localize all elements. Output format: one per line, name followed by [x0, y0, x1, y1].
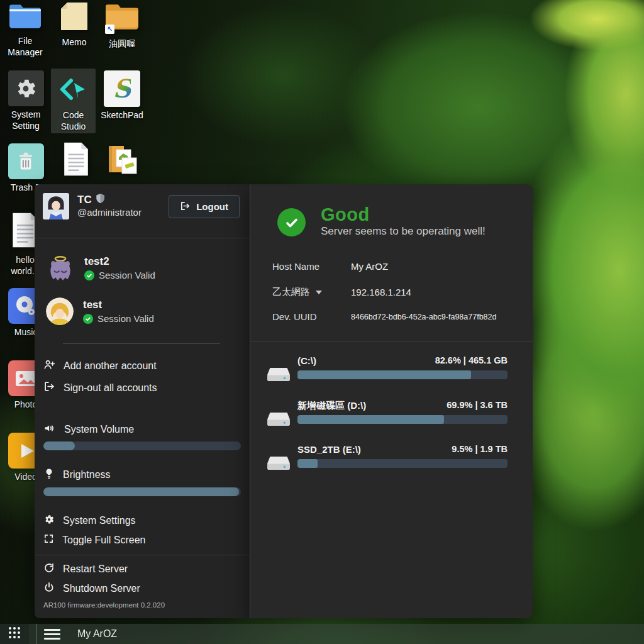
shutdown-server-item[interactable]: Shutdown Server: [43, 582, 241, 596]
power-icon: [43, 582, 55, 596]
account-avatar: [46, 297, 74, 325]
firmware-version: AR100 firmware:development 0.2.020: [43, 601, 165, 609]
volume-fill: [43, 441, 75, 450]
desktop-icon-document[interactable]: [58, 141, 94, 183]
disk-usage-fill: [297, 459, 318, 468]
desktop-icon-label: System Setting: [6, 109, 45, 131]
desktop-icon-memo[interactable]: Memo: [54, 1, 94, 48]
hostname-value: My ArOZ: [351, 261, 388, 272]
menu-button[interactable]: [44, 629, 60, 640]
hamburger-icon: [44, 629, 60, 631]
desktop-icon-label: Code Studio: [51, 110, 96, 132]
server-status-panel: Good Server seems to be operating well! …: [250, 184, 533, 618]
taskbar-divider: [36, 624, 36, 644]
disk-usage-bar: [297, 459, 508, 468]
disk-usage: 82.6% | 465.1 GB: [435, 355, 508, 366]
account-row-test2[interactable]: test2 Session Valid: [46, 253, 241, 282]
desktop: File Manager Memo ↖ 油圓喔 System Setting C…: [0, 0, 644, 644]
account-row-test[interactable]: test Session Valid: [46, 297, 241, 325]
taskbar: My ArOZ: [0, 624, 644, 644]
disk-usage: 9.5% | 1.9 TB: [452, 444, 508, 455]
divider: [35, 238, 250, 238]
toggle-fullscreen-item[interactable]: Toggle Full Screen: [43, 533, 241, 547]
shield-icon: [96, 193, 105, 207]
gear-icon: [43, 514, 55, 528]
status-subtitle: Server seems to be operating well!: [321, 225, 486, 238]
hard-drive-icon: [267, 367, 291, 384]
network-select[interactable]: 乙太網路: [272, 286, 351, 298]
folder-photos-icon: [103, 143, 142, 182]
code-tile-icon: [58, 95, 89, 106]
divider: [35, 555, 250, 555]
account-status: Session Valid: [84, 270, 155, 280]
gear-tile-icon: [8, 70, 44, 106]
hard-drive-icon: [267, 412, 291, 429]
uuid-row: Dev. UUID 8466bd72-bdb6-452a-abc9-fa98a7…: [272, 311, 514, 322]
account-name: test: [83, 299, 154, 311]
user-avatar[interactable]: [43, 193, 69, 219]
app-launcher-button[interactable]: [0, 624, 29, 644]
account-status: Session Valid: [83, 313, 154, 324]
logout-button[interactable]: Logout: [169, 195, 240, 218]
user-handle: @administrator: [77, 207, 142, 218]
add-account-item[interactable]: Add another account: [43, 358, 241, 373]
desktop-icon-system-setting[interactable]: System Setting: [6, 70, 45, 131]
desktop-icon-folder-photos[interactable]: [99, 143, 145, 186]
disk-usage-fill: [297, 370, 471, 379]
desktop-icon-label: Memo: [54, 37, 94, 48]
user-name: TC: [77, 193, 105, 207]
volume-slider[interactable]: [43, 441, 241, 450]
disk-name: SSD_2TB (E:\): [297, 444, 361, 455]
desktop-icon-folder-shortcut[interactable]: ↖ 油圓喔: [96, 0, 148, 50]
restart-server-item[interactable]: Restart Server: [43, 562, 241, 576]
disk-usage-bar: [297, 415, 508, 424]
account-avatar: [46, 253, 75, 282]
desktop-icon-label: File Manager: [3, 36, 48, 58]
trash-tile-icon: [8, 143, 44, 179]
sketchpad-s-icon: S: [104, 70, 140, 107]
divider: [250, 341, 533, 342]
logout-icon: [180, 201, 191, 213]
brightness-fill: [43, 487, 239, 496]
desktop-icon-label: 油圓喔: [96, 38, 148, 50]
hard-drive-icon: [267, 456, 291, 473]
fullscreen-icon: [43, 533, 54, 547]
restart-icon: [43, 562, 55, 576]
check-circle-icon: [83, 314, 93, 324]
brightness-label: Brightness: [43, 467, 241, 482]
disk-usage-bar: [297, 370, 508, 379]
user-plus-icon: [43, 358, 55, 373]
memo-note-icon: [58, 1, 90, 34]
lightbulb-icon: [43, 467, 55, 482]
status-title: Good: [321, 204, 370, 225]
disk-usage-fill: [297, 415, 444, 424]
ip-address-value: 192.168.1.214: [351, 287, 411, 297]
uuid-value: 8466bd72-bdb6-452a-abc9-fa98a77fb82d: [351, 313, 496, 321]
signout-all-item[interactable]: Sign-out all accounts: [43, 380, 241, 395]
blue-folder-icon: [7, 1, 43, 33]
speaker-icon: [43, 422, 56, 437]
divider: [63, 343, 220, 344]
taskbar-title: My ArOZ: [77, 628, 117, 640]
account-name: test2: [84, 255, 155, 268]
hostname-row: Host Name My ArOZ: [272, 261, 514, 272]
brightness-slider[interactable]: [43, 487, 241, 496]
chevron-down-icon: [316, 291, 322, 294]
shortcut-folder-icon: ↖: [101, 0, 143, 35]
status-check-icon: [277, 208, 306, 236]
sign-out-icon: [43, 380, 55, 395]
disk-name: (C:\): [297, 355, 316, 366]
document-icon: [62, 141, 91, 180]
check-circle-icon: [84, 270, 94, 280]
uuid-label: Dev. UUID: [272, 311, 351, 322]
desktop-icon-code-studio[interactable]: Code Studio: [51, 69, 96, 133]
system-settings-item[interactable]: System Settings: [43, 514, 241, 528]
system-volume-label: System Volume: [43, 422, 241, 437]
desktop-icon-sketchpad[interactable]: S SketchPad: [101, 70, 143, 121]
desktop-icon-file-manager[interactable]: File Manager: [3, 1, 48, 58]
hostname-label: Host Name: [272, 261, 351, 272]
disk-name: 新增磁碟區 (D:\): [297, 400, 366, 412]
shortcut-arrow-icon: ↖: [105, 25, 114, 34]
network-row: 乙太網路 192.168.1.214: [272, 286, 514, 298]
disk-usage: 69.9% | 3.6 TB: [447, 400, 508, 412]
